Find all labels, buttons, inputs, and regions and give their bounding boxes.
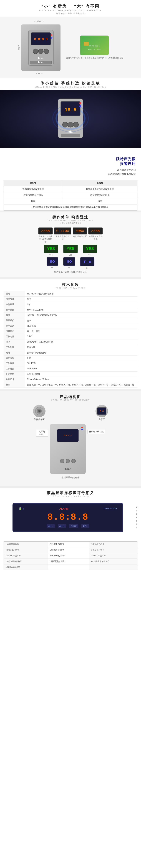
symbol-row-4: 10 起气量浓度符号 11校零开始符号 12 报警显示单位符号 xyxy=(4,559,137,564)
main-device-row: 指示灯 指示灯 8.8:8.8 hdar xyxy=(8,424,133,474)
dim-height-label: 5.8cm xyxy=(18,45,20,50)
bar-label-al-h: AL-H xyxy=(58,524,66,528)
device-buttons xyxy=(60,459,76,463)
card-svg: 中国银行 BANK OF CHINA xyxy=(82,37,107,53)
structure-title-en: PRODUCT STRUCTURE DRAWING xyxy=(0,399,141,401)
tech-row-gas: 检测气体 氧气 xyxy=(4,297,137,302)
divider-4 xyxy=(0,486,141,488)
tech-value-display: 氧气: 0-1000ppm xyxy=(25,307,137,312)
tech-label-model: 型号 xyxy=(4,291,25,297)
alarm-row-full: 开机报警显示声光和振动同时附带显示 同时检测到高低报警优先执行高报警动作 xyxy=(4,204,137,210)
svg-point-31 xyxy=(39,410,40,411)
tech-label-alarm: 报警指示 xyxy=(4,329,25,334)
tech-label-battery: 电池 xyxy=(4,339,25,345)
structure-title-cn: 产品结构图 xyxy=(0,395,141,399)
lcd-label-2: ② xyxy=(136,509,137,512)
alarm-row-2: 红蓝报警指示灯闪烁 红蓝报警指示灯闪烁 xyxy=(4,192,137,198)
svg-text:8.8:8.8: 8.8:8.8 xyxy=(34,37,48,41)
tech-label-size: 外形尺寸 xyxy=(4,377,25,382)
tech-label-humidity: 工作湿度 xyxy=(4,366,25,371)
gas-indicators: CO H₂S O₂ EX xyxy=(104,507,117,510)
tech-row-accuracy: 精度 ±(%FS)（包括传感器误差范围） xyxy=(4,312,137,318)
lcd-title-cn: 液晶显示屏标识符号意义 xyxy=(4,491,137,495)
tech-label-work-time: 工作时间 xyxy=(4,345,25,350)
lcd-title-en: LCD screen logo symbol meaning xyxy=(4,495,137,497)
symbol-row-3: 7 %VOL单位符号 8 PPM单位符号 9 %LEL单位符号 xyxy=(4,553,137,559)
lcd-label-5: ⑤ xyxy=(136,520,137,522)
tech-value-gas: 氧气 xyxy=(25,297,137,302)
op-label-2: 有各类型操作功能 xyxy=(56,235,70,241)
device-svg: 8.8:8.8 hdar xyxy=(25,28,57,67)
bar-label-al-l: AL-L xyxy=(46,524,55,528)
svg-point-5 xyxy=(44,49,49,54)
svg-point-22 xyxy=(68,122,73,127)
tech-row-temp: 工作温度 10~40°C xyxy=(4,361,137,366)
btn-2[interactable] xyxy=(66,459,70,463)
sym-4: 4 USB显示符号 xyxy=(4,547,48,553)
alarm-header-high: 高报警 xyxy=(63,180,137,186)
tech-label-sensor: 检测数量 xyxy=(4,302,25,307)
svg-point-26 xyxy=(79,102,81,104)
unique-title: 独特声光振 报警设计 xyxy=(5,157,136,166)
alarm-cell-3-high: 振动 xyxy=(63,198,137,204)
tech-label-voltage: 工作电压 xyxy=(4,334,25,339)
large-device-content: 18.5 hdar xyxy=(0,90,141,148)
svg-point-21 xyxy=(63,122,68,127)
symbol-row-5: 13 此版设置菜单 xyxy=(4,564,137,569)
tech-value-material: ABS工程塑料 xyxy=(25,371,137,377)
top-banner-section: "小" 有所为 "大" 有不同 A LITTLE ACTION MAKES A … xyxy=(0,0,141,17)
symbol-table: 1 电量显示符号 2 数据升值符号 3 报警提示符号 4 USB显示符号 5 蜂… xyxy=(4,541,137,570)
dimension-depth: 2.85cm xyxy=(36,72,42,74)
tech-value-size: 92mm×58mm×28.5mm xyxy=(25,377,137,382)
alarm-cell-1-high: 蜂鸣器更低更低更高频报警声 xyxy=(63,186,137,192)
display-part: 8.8 显示区 xyxy=(96,405,108,421)
unique-alarm-section: 独特声光振 报警设计 让气体浓度在达到 高低报警值时能够迅速报警 xyxy=(0,148,141,180)
tech-table: 型号 HG-MO8-4内置气体4检测器 检测气体 氧气 检测数量 2年 显示范围… xyxy=(4,291,137,388)
svg-point-3 xyxy=(33,49,38,54)
structure-diagram: 气体传感区 8.8 显示区 指示灯 xyxy=(8,405,133,479)
btn-1[interactable] xyxy=(60,459,64,463)
lcd-screen-area: 🔋 S ALARM CO H₂S O₂ EX 8.8 xyxy=(4,500,137,535)
lcd-main-numbers: 8.8 : 8.8 xyxy=(19,512,117,523)
alarm-text: ALARM xyxy=(60,507,69,510)
op-display-2: 0 1:00 有各类型操作功能 xyxy=(54,227,71,243)
op-label-3: 高低报警值设置 xyxy=(73,235,87,238)
alarm-cell-1-low: 蜂鸣器低频高频报警声 xyxy=(4,186,63,192)
yes-display-2: YE5 yes xyxy=(63,245,77,256)
tech-value-accuracy: ±(%FS)（包括传感器误差范围） xyxy=(25,312,137,318)
alarm-cell-full: 开机报警显示声光和振动同时附带显示 同时检测到高低报警优先执行高报警动作 xyxy=(4,204,137,210)
svg-point-23 xyxy=(73,122,78,127)
large-device-image: 18.5 hdar xyxy=(40,93,101,144)
label-power-btn: 开机键 / 确认键 xyxy=(87,429,105,434)
unique-desc: 让气体浓度在达到 高低报警值时能够迅速报警 xyxy=(5,168,136,177)
confirm-label: 留在里面一定感 (感知) 总是很放心 xyxy=(0,271,141,274)
btn-3[interactable] xyxy=(71,459,76,463)
svg-point-4 xyxy=(38,49,43,54)
tech-row-sensor: 检测数量 2年 xyxy=(4,302,137,307)
bar-label-cal: CAL xyxy=(81,524,89,528)
sym-8: 8 PPM单位符号 xyxy=(48,553,89,559)
top-parts-row: 气体传感区 8.8 显示区 xyxy=(8,405,133,421)
left-labels: 指示灯 指示灯 xyxy=(36,424,48,437)
lcd-label-6: ⑥ xyxy=(136,523,137,526)
yes-display-1: YES yes xyxy=(44,245,58,256)
tech-value-model: HG-MO8-4内置气体4检测器 xyxy=(25,291,137,297)
tech-label-accessories: 配件 xyxy=(4,382,25,388)
operation-title-en: THE OPERATION IS SIMPLE AND QUICK xyxy=(0,220,141,222)
lcd-label-3: ③ xyxy=(136,513,137,515)
svg-text:8.8: 8.8 xyxy=(100,410,104,413)
alarm-table: 低报警 高报警 蜂鸣器低频高频报警声 蜂鸣器更低更低更高频报警声 红蓝报警指示灯… xyxy=(4,180,137,211)
tech-value-voltage: 3.7V xyxy=(25,334,137,339)
tech-title-en: TECHNICAL PARAMETERS xyxy=(4,287,137,289)
yes-row: YES yes YE5 yes YES yes xyxy=(0,245,141,256)
lcd-digits-2: 8.8 xyxy=(71,512,89,523)
lcd-digits-1: 8.8 xyxy=(47,512,65,523)
tech-title-cn: 技术参数 xyxy=(4,282,137,287)
lcd-number-group: 8.8 : 8.8 xyxy=(47,512,89,523)
no-row: no no no no r̲o no xyxy=(0,257,141,269)
divider-3 xyxy=(0,390,141,391)
tech-value-battery: 1800mAh可充电锂合作电池 xyxy=(25,339,137,345)
tech-value-work-time: 250小时 xyxy=(25,345,137,350)
operation-title-cn: 操作简单 响应迅速 xyxy=(0,215,141,220)
tech-value-humidity: 5~90%RH xyxy=(25,366,137,371)
